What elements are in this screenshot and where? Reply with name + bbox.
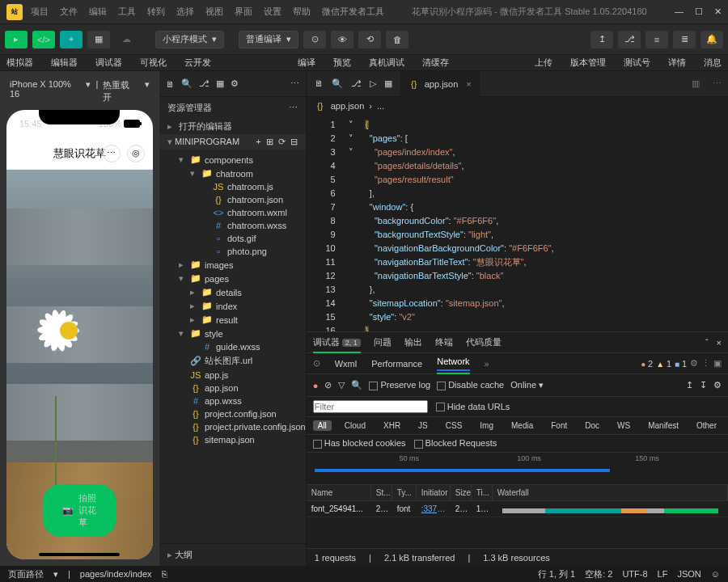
settings-icon[interactable]: ⚙ <box>713 380 722 390</box>
tab-output[interactable]: 输出 <box>404 336 422 348</box>
filter-input[interactable] <box>313 400 428 413</box>
compile-button[interactable]: ⊙ <box>303 31 326 48</box>
filter-font[interactable]: Font <box>546 420 572 431</box>
tree-chatroom.json[interactable]: {}chatroom.json <box>159 193 306 206</box>
device-select[interactable]: iPhone X 100% 16 <box>10 79 81 103</box>
debug-button[interactable]: ⌖ <box>60 31 83 48</box>
timeline[interactable]: 50 ms 100 ms 150 ms <box>307 453 728 485</box>
kebab-icon[interactable]: ⋮ <box>701 358 710 369</box>
outline-section[interactable]: ▸ 大纲 <box>159 543 306 566</box>
menu-编辑[interactable]: 编辑 <box>89 6 107 18</box>
tree-style[interactable]: ▾📁style <box>159 327 306 340</box>
new-file-icon[interactable]: + <box>256 137 260 147</box>
menu-项目[interactable]: 项目 <box>31 6 49 18</box>
menu-工具[interactable]: 工具 <box>118 6 136 18</box>
git-icon[interactable]: ⎇ <box>351 78 362 89</box>
build-icon[interactable]: ⚙ <box>231 78 239 89</box>
minimize-icon[interactable]: — <box>675 6 684 17</box>
tree-chatroom[interactable]: ▾📁chatroom <box>159 167 306 180</box>
filter-all[interactable]: All <box>313 420 332 431</box>
tree-images[interactable]: ▸📁images <box>159 258 306 272</box>
close-tab-icon[interactable]: × <box>466 79 471 89</box>
split-icon[interactable]: ▥ <box>685 78 706 89</box>
more-icon[interactable]: ⋯ <box>290 78 299 89</box>
simulator-button[interactable]: ▸ <box>5 31 28 48</box>
dock-icon[interactable]: ▣ <box>713 358 722 369</box>
menu-界面[interactable]: 界面 <box>235 6 252 18</box>
filter-ws[interactable]: WS <box>612 420 635 431</box>
tree-project.private.config.json[interactable]: {}project.private.config.json <box>159 420 306 433</box>
home-indicator[interactable] <box>39 553 120 556</box>
tab-debugger[interactable]: 调试器2, 1 <box>313 336 361 348</box>
compile-select[interactable]: 普通编译▾ <box>239 31 298 48</box>
code-editor[interactable]: 12345678910111213141516 ˅˅˅ { "pages": [… <box>307 115 728 331</box>
tree-project.config.json[interactable]: {}project.config.json <box>159 407 306 420</box>
cloud-button[interactable]: ☁ <box>115 31 138 48</box>
project-root[interactable]: ▾ MINIPROGRAM +⊞⟳⊟ <box>159 134 306 150</box>
maximize-icon[interactable]: ☐ <box>695 6 703 17</box>
menu-转到[interactable]: 转到 <box>147 6 165 18</box>
remote-button[interactable]: ⟲ <box>358 31 381 48</box>
menu-视图[interactable]: 视图 <box>205 6 223 18</box>
filter-css[interactable]: CSS <box>441 420 468 431</box>
gear-icon[interactable]: ⚙ <box>690 358 698 369</box>
tree-app.wxss[interactable]: #app.wxss <box>159 394 306 407</box>
tab-performance[interactable]: Performance <box>371 359 422 369</box>
filter-media[interactable]: Media <box>506 420 538 431</box>
filter-img[interactable]: Img <box>475 420 498 431</box>
target-icon[interactable]: ◎ <box>127 145 145 162</box>
menu-微信开发者工具[interactable]: 微信开发者工具 <box>322 6 384 18</box>
filter-xhr[interactable]: XHR <box>379 420 405 431</box>
tree-pages[interactable]: ▾📁pages <box>159 272 306 285</box>
feedback-icon[interactable]: ☺ <box>711 569 720 579</box>
filter-icon[interactable]: ▽ <box>338 380 345 390</box>
hot-reload[interactable]: 热重载 开 <box>103 79 140 103</box>
close-icon[interactable]: ✕ <box>714 6 722 17</box>
ext-icon[interactable]: ▦ <box>384 78 392 89</box>
tree-guide.wxss[interactable]: #guide.wxss <box>159 340 306 353</box>
tree-result[interactable]: ▸📁result <box>159 313 306 327</box>
ext-icon[interactable]: ▦ <box>216 78 224 89</box>
visual-button[interactable]: ▦ <box>87 31 110 48</box>
refresh-icon[interactable]: ⟳ <box>278 137 286 147</box>
message-button[interactable]: 🔔 <box>700 31 723 48</box>
open-editors[interactable]: ▸打开的编辑器 <box>159 119 306 134</box>
filter-manifest[interactable]: Manifest <box>643 420 684 431</box>
branch-icon[interactable]: ⎇ <box>199 78 210 89</box>
tab-terminal[interactable]: 终端 <box>435 336 453 348</box>
filter-other[interactable]: Other <box>692 420 722 431</box>
close-panel-icon[interactable]: × <box>717 338 722 348</box>
import-icon[interactable]: ↥ <box>686 380 693 390</box>
throttle-select[interactable]: Online ▾ <box>510 380 544 390</box>
test-button[interactable]: ≡ <box>645 31 668 48</box>
menu-设置[interactable]: 设置 <box>264 6 281 18</box>
tree-chatroom.wxml[interactable]: <>chatroom.wxml <box>159 206 306 219</box>
tree-components[interactable]: ▾📁components <box>159 153 306 167</box>
menu-icon[interactable]: ⋯ <box>103 145 121 162</box>
tree-chatroom.wxss[interactable]: #chatroom.wxss <box>159 219 306 232</box>
files-icon[interactable]: 🗎 <box>166 79 175 89</box>
collapse-icon[interactable]: ⊟ <box>290 137 298 147</box>
export-icon[interactable]: ↧ <box>700 380 707 390</box>
detail-button[interactable]: ≣ <box>673 31 696 48</box>
more-tabs-icon[interactable]: » <box>485 359 489 369</box>
tree-photo.png[interactable]: ▫photo.png <box>159 245 306 258</box>
mode-select[interactable]: 小程序模式▾ <box>155 31 224 48</box>
filter-cloud[interactable]: Cloud <box>340 420 370 431</box>
tab-more-icon[interactable]: ⋯ <box>706 78 728 89</box>
tree-sitemap.json[interactable]: {}sitemap.json <box>159 433 306 446</box>
new-folder-icon[interactable]: ⊞ <box>266 137 273 147</box>
record-icon[interactable]: ● <box>313 381 319 390</box>
tab-quality[interactable]: 代码质量 <box>466 336 502 348</box>
tab-wxml[interactable]: Wxml <box>335 359 358 369</box>
search-icon[interactable]: 🔍 <box>181 78 193 89</box>
tab-problems[interactable]: 问题 <box>374 336 392 348</box>
menu-文件[interactable]: 文件 <box>60 6 78 18</box>
filter-doc[interactable]: Doc <box>580 420 604 431</box>
tree-chatroom.js[interactable]: JSchatroom.js <box>159 180 306 193</box>
chevron-up-icon[interactable]: ˆ <box>705 338 709 348</box>
preview-button[interactable]: 👁 <box>331 31 353 48</box>
version-button[interactable]: ⎇ <box>618 31 641 48</box>
upload-button[interactable]: ↥ <box>590 31 613 48</box>
explorer-icon[interactable]: 🗎 <box>315 78 324 89</box>
